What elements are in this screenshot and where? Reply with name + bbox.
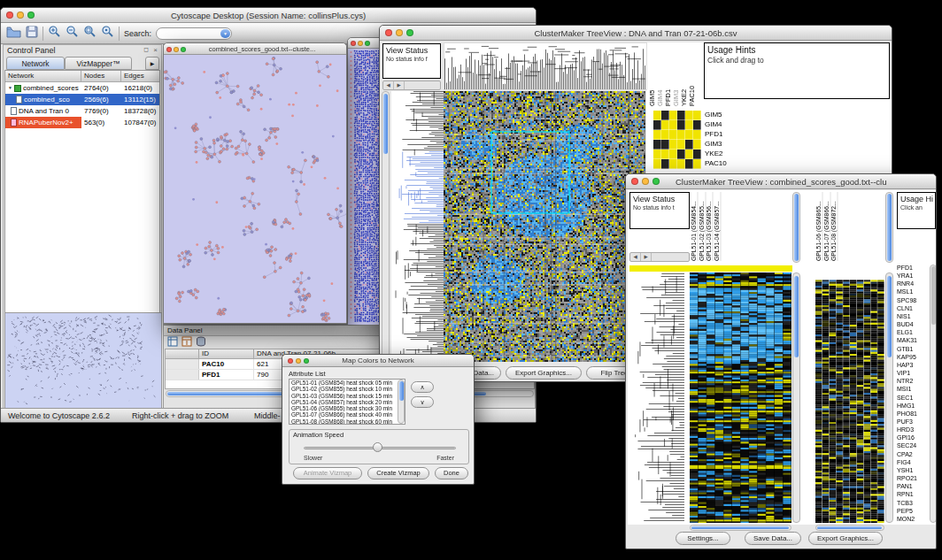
scroll-left-icon[interactable]: ◀	[630, 253, 641, 261]
column-header-label[interactable]: GPL51-04 (GSM857...	[714, 192, 722, 261]
animate-vizmap-button[interactable]: Animate Vizmap	[293, 467, 362, 479]
close-button[interactable]	[631, 178, 638, 185]
gene-label[interactable]: ELG1	[897, 329, 929, 336]
zoom-fit-icon[interactable]	[83, 25, 97, 42]
save-session-icon[interactable]	[26, 26, 38, 42]
attribute-item[interactable]: GPL51-06 (GSM865) heat shock 30 min	[290, 405, 398, 411]
column-header-label[interactable]: GPL51-06 (GSM865...	[815, 192, 823, 261]
column-header-edges[interactable]: Edges	[121, 71, 159, 81]
network-row[interactable]: DNA and Tran 0 7769(0) 183728(0)	[5, 105, 159, 117]
create-vizmap-button[interactable]: Create Vizmap	[367, 467, 429, 479]
zoom-in-icon[interactable]	[48, 25, 61, 42]
gene-label[interactable]: RNR4	[897, 280, 929, 288]
save-data-button[interactable]: Save Data...	[745, 532, 801, 545]
combined-main-vscrollbar-left[interactable]	[792, 272, 800, 523]
column-header-label[interactable]: GPL51-03 (GSM856...	[706, 192, 714, 261]
float-panel-icon[interactable]: ◻	[143, 46, 149, 53]
minimize-button[interactable]	[17, 12, 24, 19]
attribute-item[interactable]: GPL51-04 (GSM857) heat shock 20 min	[290, 399, 398, 405]
gene-label[interactable]: MSL1	[897, 288, 929, 295]
speed-slider-thumb[interactable]	[373, 442, 382, 452]
dna-tree-hscroll[interactable]: ◀ ▶	[382, 81, 441, 90]
maximize-button[interactable]	[365, 41, 370, 46]
dialog-titlebar[interactable]: Map Colors to Network	[282, 355, 474, 367]
combined-heatmap-right-canvas[interactable]	[815, 276, 884, 523]
gene-label[interactable]: CLN1	[897, 305, 929, 312]
gene-label[interactable]: NIS1	[897, 313, 929, 320]
minimize-button[interactable]	[642, 178, 649, 185]
close-button[interactable]	[6, 12, 13, 19]
column-header-id[interactable]: ID	[199, 349, 254, 358]
gene-label[interactable]: KAP95	[897, 354, 929, 361]
gene-label[interactable]: CPA2	[897, 451, 929, 458]
gene-label[interactable]: YSH1	[897, 467, 929, 474]
gene-label[interactable]: PHO81	[897, 410, 929, 418]
gene-label[interactable]: FIG4	[897, 459, 929, 466]
gene-label[interactable]: VIP1	[897, 370, 929, 377]
close-button[interactable]	[166, 47, 172, 52]
dna-similarity-canvas[interactable]	[653, 111, 701, 169]
combined-tree-hscroll[interactable]: ◀ ▶	[629, 252, 690, 262]
column-header-label[interactable]: GPL51-08 (GSM872...	[830, 192, 838, 261]
combined-hscrollbar-right[interactable]	[815, 525, 884, 531]
column-header-nodes[interactable]: Nodes	[81, 71, 121, 81]
maximize-button[interactable]	[304, 358, 309, 364]
gene-label[interactable]: MAK31	[897, 337, 929, 344]
minimize-button[interactable]	[296, 358, 301, 364]
tab-network[interactable]: Network	[6, 57, 65, 70]
combined-header-vscrollbar-left[interactable]	[792, 192, 800, 263]
gene-label[interactable]: NTR2	[897, 378, 929, 385]
settings-button[interactable]: Settings...	[676, 532, 730, 545]
attribute-item[interactable]: GPL51-02 (GSM855) heat shock 10 min	[290, 386, 398, 392]
export-graphics-button[interactable]: Export Graphics...	[808, 532, 883, 545]
network-titlebar[interactable]: combined_scores_good.txt--cluste...	[164, 43, 346, 55]
gene-label[interactable]: GTB1	[897, 346, 929, 353]
done-button[interactable]: Done	[435, 467, 468, 479]
maximize-button[interactable]	[406, 29, 413, 36]
network-row[interactable]: ▼combined_scores 2764(0) 16218(0)	[5, 82, 159, 94]
search-combobox[interactable]: ▼	[156, 27, 232, 40]
attribute-list-vscrollbar[interactable]	[398, 380, 405, 424]
minimize-button[interactable]	[174, 47, 179, 52]
combined-dendrogram-canvas[interactable]	[629, 272, 684, 523]
gene-label[interactable]: HRD3	[897, 426, 929, 433]
attribute-item[interactable]: GPL51-08 (GSM868) heat shock 60 min	[290, 418, 398, 425]
attribute-item[interactable]: GPL51-07 (GSM866) heat shock 40 min	[290, 411, 398, 418]
move-up-button[interactable]: ∧	[411, 381, 434, 393]
main-titlebar[interactable]: Cytoscape Desktop (Session Name: collins…	[1, 8, 536, 23]
close-panel-icon[interactable]: ×	[153, 46, 158, 54]
column-header-network[interactable]: Network	[5, 71, 81, 81]
gene-label[interactable]: MON2	[897, 516, 929, 523]
treeview-combined-titlebar[interactable]: ClusterMaker TreeView : combined_scores_…	[626, 174, 936, 189]
combo-arrow-icon[interactable]: ▼	[220, 29, 230, 38]
attribute-item[interactable]: GPL51-01 (GSM854) heat shock 05 min	[290, 380, 398, 386]
gene-label[interactable]: YRA1	[897, 272, 929, 280]
dna-vscrollbar[interactable]	[382, 91, 390, 362]
export-graphics-button[interactable]: Export Graphics...	[506, 366, 582, 380]
gene-label[interactable]: HMG1	[897, 403, 929, 410]
attribute-listbox[interactable]: GPL51-01 (GSM854) heat shock 05 minGPL51…	[289, 379, 405, 425]
scroll-left-icon[interactable]: ◀	[383, 81, 394, 89]
combined-gene-vscrollbar[interactable]	[930, 265, 937, 523]
scroll-right-icon[interactable]: ▶	[394, 81, 405, 89]
attribute-item[interactable]: GPL51-03 (GSM856) heat shock 15 min	[290, 393, 398, 399]
gene-label[interactable]: TCB3	[897, 500, 929, 507]
dna-left-dendrogram-canvas[interactable]	[391, 91, 444, 362]
network-view-canvas[interactable]	[164, 55, 346, 324]
tab-vizmapper[interactable]: VizMapper™	[65, 57, 132, 70]
maximize-button[interactable]	[27, 12, 35, 19]
gene-label[interactable]: PEP5	[897, 508, 929, 515]
gene-label[interactable]: RPN1	[897, 491, 929, 498]
column-header-label[interactable]: GPL51-02 (GSM855...	[699, 192, 706, 261]
dna-top-dendrogram-canvas[interactable]	[444, 42, 647, 90]
gene-label[interactable]: SEC24	[897, 442, 929, 449]
gene-label[interactable]: BUD4	[897, 321, 929, 328]
gene-label[interactable]: HAP3	[897, 362, 929, 369]
treeview-dna-titlebar[interactable]: ClusterMaker TreeView : DNA and Tran 07-…	[380, 26, 892, 41]
gene-label[interactable]: SEC1	[897, 395, 929, 402]
close-button[interactable]	[351, 41, 356, 46]
maximize-button[interactable]	[652, 178, 660, 185]
gene-label[interactable]: SPC98	[897, 297, 929, 304]
combined-hscrollbar-left[interactable]	[690, 525, 791, 531]
tab-overflow-icon[interactable]: ▶	[145, 57, 159, 70]
